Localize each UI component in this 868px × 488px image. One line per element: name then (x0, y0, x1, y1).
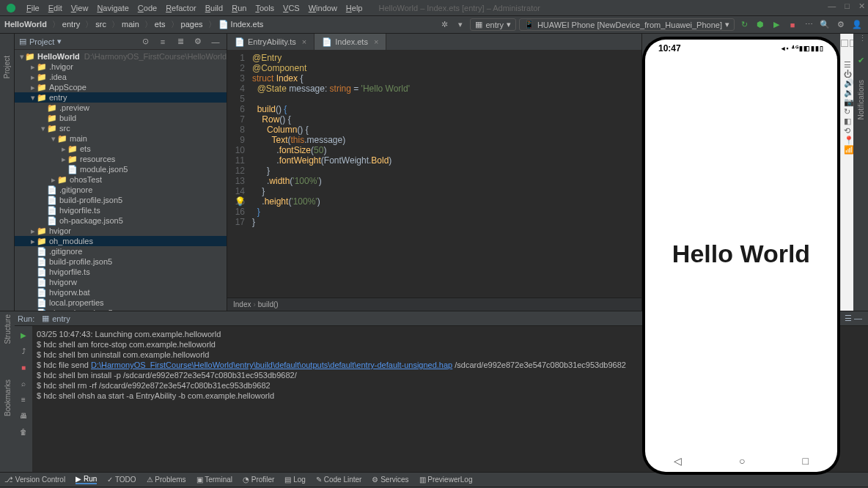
tree-gitignore[interactable]: 📄.gitignore (15, 246, 227, 256)
menu-window[interactable]: Window (304, 4, 342, 12)
bottom-tab-log[interactable]: ▤ Log (284, 476, 305, 484)
phone-recent-icon[interactable]: □ (803, 455, 809, 467)
pane-settings-icon[interactable]: ⚙ (191, 35, 205, 48)
phone-home-icon[interactable]: ○ (739, 455, 745, 467)
pr-min[interactable] (841, 40, 848, 47)
hammer-icon[interactable]: ▾ (454, 18, 467, 32)
stop2-icon[interactable]: ■ (18, 361, 29, 373)
print-icon[interactable]: 🖶 (18, 410, 29, 421)
tree-hvigorw[interactable]: 📄hvigorw (15, 277, 227, 287)
bottom-tab-problems[interactable]: ⚠ Problems (147, 476, 186, 484)
menu-code[interactable]: Code (133, 4, 161, 12)
debug-icon[interactable]: ⬢ (754, 18, 767, 32)
preview-icon-7[interactable]: ⟲ (844, 126, 854, 136)
tree-idea[interactable]: ▸📁.idea (15, 72, 227, 82)
run-icon[interactable]: ▶ (770, 18, 783, 32)
tree-ohpackagejson5[interactable]: 📄oh-package.json5 (15, 215, 227, 226)
tree-preview[interactable]: 📁.preview (15, 103, 227, 113)
dropdown-icon[interactable]: ▾ (57, 37, 62, 46)
menu-navigate[interactable]: Navigate (92, 4, 133, 12)
tree-buildprofilejson5[interactable]: 📄build-profile.json5 (15, 195, 227, 205)
preview-icon-2[interactable]: 🔊 (844, 78, 854, 88)
search-icon[interactable]: 🔍 (818, 18, 831, 32)
crumb-2[interactable]: src (95, 20, 106, 29)
rail-structure[interactable]: Structure (4, 314, 12, 344)
tree-hvigorwbat[interactable]: 📄hvigorw.bat (15, 287, 227, 297)
menu-tools[interactable]: Tools (251, 4, 279, 12)
tree-modulejson5[interactable]: 📄module.json5 (15, 164, 227, 174)
tree-localproperties[interactable]: 📄local.properties (15, 297, 227, 308)
run-tab-entry[interactable]: ▦ entry (34, 314, 77, 323)
menu-help[interactable]: Help (342, 4, 367, 12)
crumb-3[interactable]: main (122, 20, 139, 29)
tree-resources[interactable]: ▸📁resources (15, 154, 227, 164)
settings-alt-icon[interactable]: ✲ (438, 18, 451, 32)
tree-ohpackagejson5[interactable]: 📄oh-package.json5 (15, 308, 227, 311)
tree-gitignore[interactable]: 📄.gitignore (15, 185, 227, 195)
code-editor[interactable]: 1234567891011121314151617 @Entry@Compone… (227, 50, 641, 297)
preview-icon-8[interactable]: 📍 (844, 136, 854, 145)
settings-icon[interactable]: ⚙ (834, 18, 847, 32)
preview-icon-3[interactable]: 🔉 (844, 88, 854, 97)
sync-icon[interactable]: ↻ (738, 18, 751, 32)
hide-icon[interactable]: — (209, 35, 222, 48)
expand-icon[interactable]: ≣ (174, 35, 187, 48)
tree-build[interactable]: 📁build (15, 113, 227, 123)
preview-icon-6[interactable]: ◧ (844, 117, 854, 126)
bottom-tab-terminal[interactable]: ▣ Terminal (196, 476, 232, 484)
crumb-5[interactable]: pages (181, 20, 203, 29)
bottom-tab-versioncontrol[interactable]: ⎇ Version Control (4, 476, 65, 484)
tree-hvigor[interactable]: ▸📁.hvigor (15, 62, 227, 72)
preview-icon-0[interactable]: ☰ (844, 60, 854, 70)
stop-icon[interactable]: ■ (786, 18, 799, 32)
menu-run[interactable]: Run (227, 4, 251, 12)
module-select[interactable]: ▦ entry ▾ (470, 18, 515, 31)
collapse-icon[interactable]: ≡ (156, 35, 169, 48)
code-body[interactable]: @Entry@Componentstruct Index { @State me… (249, 50, 641, 297)
crumb-4[interactable]: ets (155, 20, 166, 29)
bottom-tab-services[interactable]: ⚙ Services (372, 476, 408, 484)
tree-hvigorfilets[interactable]: 📄hvigorfile.ts (15, 267, 227, 277)
tree-buildprofilejson5[interactable]: 📄build-profile.json5 (15, 256, 227, 267)
run-attach-icon[interactable]: ⤴ (18, 345, 29, 357)
tree-src[interactable]: ▾📁src (15, 123, 227, 133)
tree-AppScope[interactable]: ▸📁AppScope (15, 82, 227, 92)
filter-icon[interactable]: ⌕ (18, 377, 29, 389)
crumb-6[interactable]: 📄 Index.ets (218, 20, 264, 29)
rerun-icon[interactable]: ▶ (18, 329, 29, 341)
rail-notifications[interactable]: Notifications (857, 80, 865, 119)
locate-icon[interactable]: ⊙ (139, 35, 152, 48)
menu-view[interactable]: View (67, 4, 93, 12)
maximize-button[interactable]: □ (845, 1, 850, 11)
bottom-tab-profiler[interactable]: ◔ Profiler (243, 476, 274, 484)
rail-bookmarks[interactable]: Bookmarks (4, 380, 12, 416)
crumb-1[interactable]: entry (62, 20, 80, 29)
tab-Index.ets[interactable]: 📄 Index.ets× (315, 34, 386, 50)
menu-build[interactable]: Build (201, 4, 227, 12)
tree-main[interactable]: ▾📁main (15, 133, 227, 144)
trash-icon[interactable]: 🗑 (18, 426, 29, 437)
preview-icon-9[interactable]: 📶 (844, 145, 854, 155)
menu-vcs[interactable]: VCS (279, 4, 304, 12)
tree-hvigorfilets[interactable]: 📄hvigorfile.ts (15, 205, 227, 215)
check-icon[interactable]: ✔ (858, 56, 864, 65)
code-crumb-1[interactable]: build() (258, 300, 279, 308)
editor-options-icon[interactable]: ⋮ (858, 34, 867, 43)
tree-oh_modules[interactable]: ▸📁oh_modules (15, 236, 227, 246)
tree-entry[interactable]: ▾📁entry (15, 92, 227, 103)
wrap-icon[interactable]: ≡ (18, 393, 29, 405)
code-crumb-0[interactable]: Index (233, 300, 251, 308)
minimize-button[interactable]: — (828, 1, 836, 11)
menu-file[interactable]: File (22, 4, 44, 12)
rail-project[interactable]: Project (3, 56, 11, 78)
bottom-tab-run[interactable]: ▶ Run (76, 475, 97, 484)
bottom-tab-previewerlog[interactable]: ▥ PreviewerLog (419, 476, 473, 484)
tab-EntryAbility.ts[interactable]: 📄 EntryAbility.ts× (227, 34, 315, 50)
device-select[interactable]: 📱 HUAWEI Phone [NewDevice_from_Huawei_Ph… (519, 18, 735, 31)
phone-back-icon[interactable]: ◁ (674, 455, 682, 467)
bottom-tab-codelinter[interactable]: ✎ Code Linter (316, 476, 361, 484)
crumb-0[interactable]: HelloWorld (4, 20, 47, 29)
tree-hvigor[interactable]: ▸📁hvigor (15, 226, 227, 236)
project-tree[interactable]: ▾📁HelloWorldD:\HarmonyOS_FirstCourse\Hel… (15, 50, 227, 311)
tree-HelloWorld[interactable]: ▾📁HelloWorldD:\HarmonyOS_FirstCourse\Hel… (15, 51, 227, 62)
